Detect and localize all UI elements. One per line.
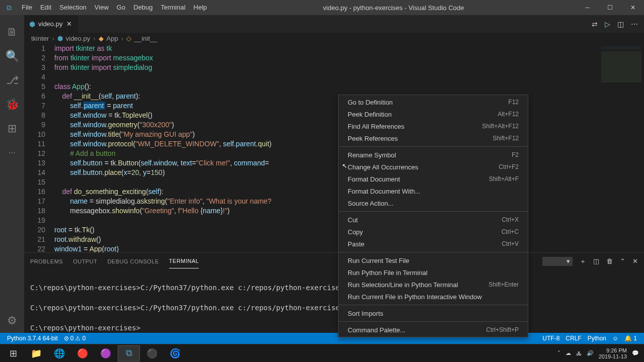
- minimize-button[interactable]: ─: [576, 0, 599, 15]
- error-icon: ⊘: [64, 335, 69, 342]
- app-icon[interactable]: 🔴: [71, 345, 94, 361]
- obs-icon[interactable]: ⚫: [141, 345, 163, 361]
- editor-tab-bar: ⬢ video.py ✕ ⇄ ▷ ◫ ⋯: [24, 15, 644, 33]
- breadcrumb-item[interactable]: video.py: [66, 35, 90, 42]
- search-icon[interactable]: 🔍: [0, 44, 24, 68]
- windows-taskbar: ⊞ 📁 🌐 🔴 🟣 ⧉ ⚫ 🌀 ˄ ☁ 🖧 🔊 9:26 PM 2019-11-…: [0, 344, 644, 362]
- menu-terminal[interactable]: Terminal: [156, 0, 189, 15]
- debug-icon[interactable]: 🐞: [0, 93, 24, 117]
- close-tab-icon[interactable]: ✕: [65, 20, 73, 28]
- context-menu-item[interactable]: Run Current Test File: [339, 254, 528, 266]
- settings-icon[interactable]: ⚙: [0, 309, 24, 333]
- breadcrumbs[interactable]: tkinter › ⬢ video.py › ◆ App › ◇ __init_…: [24, 33, 644, 44]
- context-menu-separator: [339, 305, 528, 305]
- title-bar: ⧉ FileEditSelectionViewGoDebugTerminalHe…: [0, 0, 644, 15]
- explorer-icon[interactable]: 🗎: [0, 20, 24, 44]
- split-editor-icon[interactable]: ◫: [617, 20, 624, 28]
- context-menu-item[interactable]: Format Document With...: [339, 185, 528, 197]
- feedback-icon[interactable]: ☺: [609, 335, 621, 342]
- context-menu-item[interactable]: Go to DefinitionF12: [339, 96, 528, 108]
- more-actions-icon[interactable]: ⋯: [631, 20, 638, 28]
- notifications-status[interactable]: 🔔1: [621, 335, 640, 342]
- context-menu-separator: [339, 146, 528, 147]
- vscode-taskbar-icon[interactable]: ⧉: [118, 345, 140, 361]
- language-status[interactable]: Python: [585, 335, 609, 342]
- split-terminal-icon[interactable]: ◫: [593, 257, 599, 265]
- context-menu-separator: [339, 321, 528, 322]
- app-icon[interactable]: 🌀: [164, 345, 186, 361]
- chrome-icon[interactable]: 🌐: [48, 345, 70, 361]
- context-menu-item[interactable]: CutCtrl+X: [339, 214, 528, 226]
- context-menu-item[interactable]: CopyCtrl+C: [339, 226, 528, 238]
- python-file-icon: ⬢: [57, 35, 63, 42]
- panel-tab-debug-console[interactable]: DEBUG CONSOLE: [107, 254, 158, 268]
- taskbar-clock[interactable]: 9:26 PM 2019-11-13: [599, 347, 627, 359]
- menu-help[interactable]: Help: [190, 0, 211, 15]
- context-menu-item[interactable]: Format DocumentShift+Alt+F: [339, 173, 528, 185]
- run-icon[interactable]: ▷: [605, 20, 610, 28]
- context-menu-item[interactable]: Peek DefinitionAlt+F12: [339, 108, 528, 120]
- volume-icon[interactable]: 🔊: [587, 350, 594, 356]
- menu-selection[interactable]: Selection: [55, 0, 90, 15]
- panel-tab-problems[interactable]: PROBLEMS: [30, 254, 63, 268]
- bell-icon: 🔔: [624, 335, 632, 342]
- compare-icon[interactable]: ⇄: [592, 20, 598, 28]
- breadcrumb-item[interactable]: __init__: [134, 35, 157, 42]
- editor-tab[interactable]: ⬢ video.py ✕: [24, 15, 78, 33]
- minimap[interactable]: [599, 44, 644, 252]
- new-terminal-icon[interactable]: ＋: [580, 257, 586, 266]
- context-menu-item[interactable]: Run Current File in Python Interactive W…: [339, 291, 528, 303]
- python-interpreter[interactable]: Python 3.7.4 64-bit: [4, 335, 61, 342]
- terminal-output[interactable]: C:\repos\python-exercises>C:/Python37/py…: [24, 269, 644, 333]
- extensions-icon[interactable]: ⊞: [0, 117, 24, 141]
- source-control-icon[interactable]: ⎇: [0, 68, 24, 93]
- mouse-cursor: ↖: [342, 162, 347, 169]
- context-menu-item[interactable]: Peek ReferencesShift+F12: [339, 132, 528, 144]
- onedrive-icon[interactable]: ☁: [566, 350, 571, 356]
- close-button[interactable]: ✕: [621, 0, 644, 15]
- start-button[interactable]: ⊞: [2, 345, 24, 361]
- context-menu-item[interactable]: Change All OccurrencesCtrl+F2: [339, 161, 528, 173]
- warning-icon: ⚠: [75, 335, 80, 342]
- file-explorer-icon[interactable]: 📁: [25, 345, 47, 361]
- context-menu-separator: [339, 211, 528, 212]
- window-controls: ─ ☐ ✕: [576, 0, 644, 15]
- app-icon[interactable]: 🟣: [95, 345, 117, 361]
- encoding-status[interactable]: UTF-8: [539, 335, 562, 342]
- maximize-panel-icon[interactable]: ⌃: [620, 257, 625, 265]
- tray-chevron-icon[interactable]: ˄: [557, 350, 560, 356]
- more-icon[interactable]: ⋯: [0, 141, 24, 165]
- vscode-logo-icon: ⧉: [0, 4, 18, 12]
- maximize-button[interactable]: ☐: [599, 0, 621, 15]
- window-title: video.py - python-exercises - Visual Stu…: [211, 4, 576, 12]
- terminal-select[interactable]: ▾: [542, 257, 573, 266]
- notifications-icon[interactable]: 💬: [632, 350, 639, 356]
- panel-tab-terminal[interactable]: TERMINAL: [169, 254, 199, 268]
- context-menu-separator: [339, 252, 528, 252]
- menu-view[interactable]: View: [91, 0, 113, 15]
- context-menu-item[interactable]: Rename SymbolF2: [339, 149, 528, 161]
- context-menu-item[interactable]: Find All ReferencesShift+Alt+F12: [339, 120, 528, 132]
- context-menu-item[interactable]: Command Palette...Ctrl+Shift+P: [339, 324, 528, 336]
- context-menu-item[interactable]: Source Action...: [339, 197, 528, 209]
- network-icon[interactable]: 🖧: [576, 350, 582, 356]
- menu-go[interactable]: Go: [113, 0, 129, 15]
- menu-file[interactable]: File: [18, 0, 36, 15]
- context-menu-item[interactable]: Run Python File in Terminal: [339, 266, 528, 279]
- menu-edit[interactable]: Edit: [36, 0, 55, 15]
- kill-terminal-icon[interactable]: 🗑: [606, 257, 613, 265]
- breadcrumb-item[interactable]: tkinter: [31, 35, 49, 42]
- close-panel-icon[interactable]: ✕: [632, 257, 638, 265]
- system-tray[interactable]: ˄ ☁ 🖧 🔊 9:26 PM 2019-11-13 💬: [557, 347, 642, 359]
- breadcrumb-item[interactable]: App: [107, 35, 118, 42]
- problems-status[interactable]: ⊘0 ⚠0: [61, 335, 89, 342]
- eol-status[interactable]: CRLF: [562, 335, 584, 342]
- context-menu-item[interactable]: PasteCtrl+V: [339, 238, 528, 250]
- context-menu-item[interactable]: Run Selection/Line in Python TerminalShi…: [339, 279, 528, 291]
- context-menu-item[interactable]: Sort Imports: [339, 307, 528, 319]
- panel-tabs: PROBLEMSOUTPUTDEBUG CONSOLETERMINAL ▾ ＋ …: [24, 253, 644, 269]
- method-icon: ◇: [126, 35, 131, 42]
- code-editor[interactable]: 1234567891011121314151617181920212223 im…: [24, 44, 644, 252]
- menu-debug[interactable]: Debug: [129, 0, 156, 15]
- panel-tab-output[interactable]: OUTPUT: [73, 254, 97, 268]
